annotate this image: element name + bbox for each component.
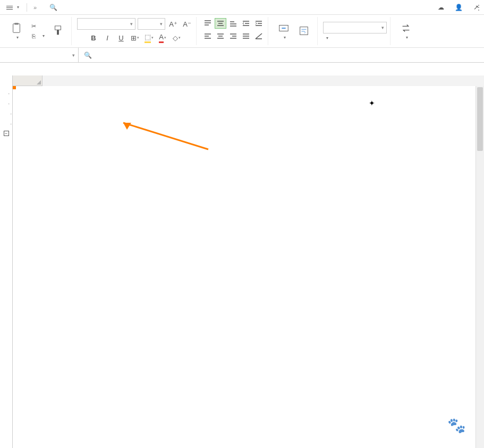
alignment-group [199,17,268,45]
outline-collapse-button[interactable]: − [4,131,9,136]
outline-mark[interactable]: · [0,119,13,129]
type-convert-group: ▾ [393,17,419,45]
hamburger-icon [6,5,13,10]
chevron-down-icon: ▾ [16,35,19,40]
paste-button[interactable]: ▾ [6,20,27,42]
cloud-icon: ☁ [438,4,444,11]
svg-rect-0 [13,24,20,33]
type-convert-icon [400,22,412,34]
increase-font-button[interactable]: A⁺ [167,18,179,30]
align-justify-button[interactable] [240,31,252,41]
outline-levels[interactable] [0,75,12,86]
fx-area: 🔍 [79,52,484,59]
command-search[interactable]: 🔍 [49,4,60,11]
menubar-right: ☁ 👤 ↗ [438,4,481,11]
user-icon: 👤 [455,4,463,11]
font-name-select[interactable] [77,18,135,30]
decrease-font-button[interactable]: A⁻ [181,18,193,30]
clipboard-group: ▾ ✂ ⎘ ▾ [3,17,72,45]
outline-mark[interactable]: · [0,88,13,98]
clear-format-button[interactable]: ◇ [171,32,182,44]
merge-icon [278,22,290,34]
menubar: ▾ » 🔍 ☁ 👤 ↗ ⋮ [0,0,484,15]
copy-button[interactable]: ⎘ ▾ [29,32,46,40]
vertical-scrollbar[interactable] [475,86,484,448]
bold-button[interactable]: B [88,32,99,44]
font-size-select[interactable] [138,18,165,30]
fill-color-button[interactable]: ⬚ [143,32,155,44]
chevron-down-icon: ▾ [43,33,45,38]
underline-button[interactable]: U [115,32,127,44]
align-center-button[interactable] [215,31,226,41]
merge-wrap-group: ▾ [270,17,318,45]
sync-status[interactable]: ☁ [438,4,446,11]
select-all-corner[interactable] [13,75,43,86]
scrollbar-thumb[interactable] [477,87,483,151]
increase-font-icon: A⁺ [169,20,177,28]
font-color-icon: A [159,33,164,43]
svg-rect-1 [14,23,18,25]
format-painter-button[interactable] [48,23,68,40]
svg-rect-2 [55,26,61,29]
outline-gutter: · · · · − [0,75,13,448]
formula-bar: 🔍 [0,48,484,63]
file-menu[interactable]: ▾ [3,4,22,11]
copy-icon: ⎘ [30,32,37,40]
number-format-select[interactable] [323,22,387,33]
ribbon: ▾ ✂ ⎘ ▾ A⁺ A⁻ B I [0,15,484,48]
decrease-font-icon: A⁻ [183,20,191,28]
formula-input[interactable] [103,52,479,59]
chevron-down-icon: ▾ [17,5,19,10]
paste-icon [11,22,22,34]
chevron-down-icon: ▾ [326,36,328,40]
align-top-button[interactable] [202,18,214,29]
eraser-icon: ◇ [173,34,178,42]
wrap-text-button[interactable] [294,23,314,40]
chevron-down-icon: ▾ [284,35,286,40]
brush-icon [52,25,64,37]
fill-color-icon: ⬚ [145,33,151,43]
svg-rect-35 [300,27,308,35]
type-convert-button[interactable]: ▾ [396,20,416,42]
outline-mark[interactable]: · [0,108,13,119]
cut-button[interactable]: ✂ [29,22,46,31]
merge-cells-button[interactable]: ▾ [274,20,294,42]
menubar-left: ▾ » 🔍 [3,3,60,12]
collaborate-button[interactable]: 👤 [455,4,465,11]
search-icon: 🔍 [49,4,57,11]
menu-divider [27,3,27,12]
indent-decrease-button[interactable] [240,18,252,29]
font-group: A⁺ A⁻ B I U ⊞ ⬚ A ◇ [74,17,197,45]
svg-line-31 [256,33,262,39]
indent-increase-button[interactable] [253,18,265,29]
zoom-icon[interactable]: 🔍 [84,52,92,59]
overflow-menu-icon[interactable]: ⋮ [475,3,482,12]
border-icon: ⊞ [131,34,137,42]
orientation-button[interactable] [253,31,265,41]
border-button[interactable]: ⊞ [129,32,141,44]
align-right-button[interactable] [227,31,239,41]
grid-body[interactable] [13,86,484,448]
overflow-chevrons-icon[interactable]: » [31,4,39,11]
chevron-down-icon: ▾ [406,35,408,40]
wrap-icon [298,25,310,37]
align-bottom-button[interactable] [227,18,239,29]
number-group: ▾ [320,17,390,45]
scissors-icon: ✂ [30,23,37,30]
name-box[interactable] [0,48,79,62]
spreadsheet: ✦ [13,75,484,448]
font-color-button[interactable]: A [157,32,168,44]
column-header-row [13,75,484,86]
svg-rect-3 [57,30,59,35]
outline-mark[interactable]: · [0,98,13,108]
currency-button[interactable]: ▾ [323,36,330,40]
italic-button[interactable]: I [101,32,113,44]
align-middle-button[interactable] [215,18,226,29]
align-left-button[interactable] [202,31,214,41]
